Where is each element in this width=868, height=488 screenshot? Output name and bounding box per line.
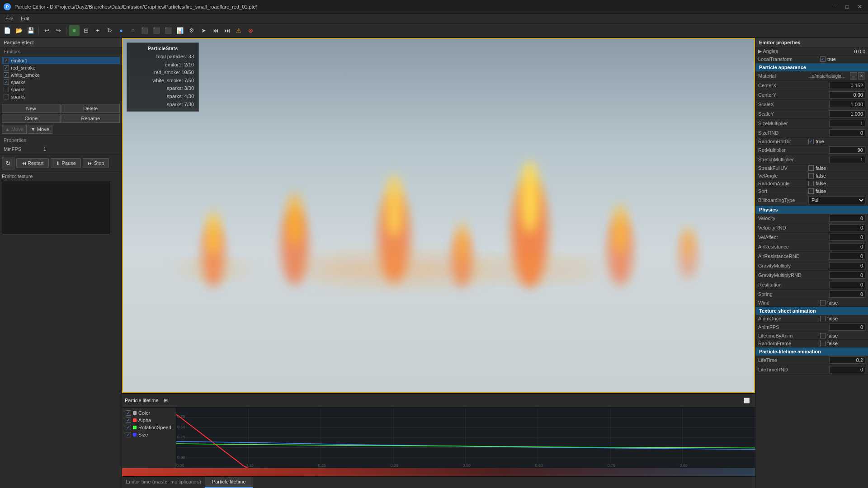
close-button[interactable]: ✕ [855,2,864,11]
warning-button[interactable]: ⚠ [233,25,244,36]
add-button[interactable]: + [92,25,103,36]
emitor-checkbox[interactable]: ✓ [4,58,9,63]
refresh-button[interactable]: ↻ [104,25,115,36]
tab-particle-lifetime[interactable]: Particle lifetime [205,477,254,488]
maximize-button[interactable]: □ [843,2,852,11]
move-up-button[interactable]: ▲ Move [2,125,27,134]
sizemultiplier-input[interactable] [829,120,865,127]
curve-checkbox[interactable]: ✓ [126,410,131,416]
prev-button[interactable]: ⏮ [210,25,221,36]
velangle-checkbox[interactable] [808,173,814,178]
material-browse-button[interactable]: ... [850,72,857,80]
randomrotdir-checkbox[interactable]: ✓ [808,139,814,144]
wind-checkbox[interactable] [820,300,826,305]
sphere-button[interactable]: ○ [127,25,138,36]
circle-button[interactable]: ● [116,25,127,36]
randomframe-checkbox[interactable] [820,341,826,346]
velocity-input[interactable] [829,215,865,222]
emitor-item[interactable]: ✓ red_smoke [2,64,120,71]
streakfulluv-checkbox[interactable] [808,165,814,171]
error-button[interactable]: ⊗ [245,25,256,36]
randomangle-row: RandomAngle false [755,180,868,188]
curve-item-rotation[interactable]: ✓ RotationSpeed [124,424,174,431]
maximize-panel-button[interactable]: ⬜ [741,395,752,406]
undo-button[interactable]: ↩ [41,25,52,36]
sizernd-input[interactable] [829,129,865,136]
clone-button[interactable]: Clone [2,114,61,123]
redo-button[interactable]: ↪ [53,25,64,36]
scaley-input[interactable] [829,110,865,117]
tool1-button[interactable]: ⬛ [139,25,150,36]
section-particle-appearance[interactable]: Particle appearance [755,63,868,71]
timeline-bar[interactable] [122,468,755,476]
emitor-checkbox[interactable] [4,87,9,92]
move-down-button[interactable]: ▼ Move [28,125,52,134]
grid-button[interactable]: ⊞ [80,25,91,36]
animfps-input[interactable] [829,324,865,331]
menu-edit[interactable]: Edit [17,15,33,22]
viewport-mode-button[interactable]: ■ [69,25,80,36]
settings-button[interactable]: ⚙ [186,25,197,36]
material-clear-button[interactable]: ✕ [858,72,865,80]
sort-checkbox[interactable] [808,188,814,194]
lifetimebyanim-checkbox[interactable] [820,333,826,338]
emitor-checkbox[interactable] [4,94,9,99]
emitor-item[interactable]: ✓ white_smoke [2,71,120,79]
scalex-input[interactable] [829,101,865,108]
section-particle-lifetime-anim[interactable]: Particle-lifetime animation [755,347,868,356]
section-texture-sheet[interactable]: Texture sheet animation [755,307,868,315]
emitor-item[interactable]: ✓ emitor1 [2,57,120,64]
graph-area[interactable]: 0.75 0.50 0.25 0.00 0.00 [176,408,755,468]
airresistancernd-input[interactable] [829,253,865,260]
randomangle-checkbox[interactable] [808,181,814,186]
stop-button[interactable]: ⏭ Stop [83,158,109,168]
restart-button[interactable]: ⏮ Restart [16,158,49,168]
viewport[interactable]: ParticleStats total particles: 33 emitor… [122,38,755,393]
emitor-item[interactable]: sparks [2,86,120,93]
new-file-button[interactable]: 📄 [2,25,13,36]
curve-checkbox[interactable]: ✓ [126,432,131,437]
velocityrnd-input[interactable] [829,224,865,231]
curve-item-alpha[interactable]: ✓ Alpha [124,417,174,424]
emitor-item[interactable]: ✓ sparks [2,79,120,86]
centery-input[interactable] [829,91,865,99]
spring-input[interactable] [829,291,865,298]
grid-icon[interactable]: ⊞ [160,395,171,406]
open-file-button[interactable]: 📂 [14,25,24,36]
emitor-checkbox[interactable]: ✓ [4,80,9,85]
curve-item-color[interactable]: ✓ Color [124,409,174,417]
gravitymultiply-input[interactable] [829,262,865,269]
airresistance-input[interactable] [829,243,865,250]
emitor-item[interactable]: sparks [2,93,120,100]
curve-checkbox[interactable]: ✓ [126,425,131,430]
local-transform-checkbox[interactable]: ✓ [820,56,826,62]
lifetime-input[interactable] [829,357,865,364]
gravitymultiplyrnd-input[interactable] [829,272,865,279]
restitution-input[interactable] [829,281,865,288]
save-button[interactable]: 💾 [25,25,36,36]
animonce-checkbox[interactable] [820,316,826,321]
lifetimernd-input[interactable] [829,366,865,373]
tool2-button[interactable]: ⬛ [151,25,162,36]
new-button[interactable]: New [2,104,61,113]
rename-button[interactable]: Rename [61,114,120,123]
stretchmultiplier-input[interactable] [829,156,865,163]
emitor-checkbox[interactable]: ✓ [4,72,9,78]
chart-button[interactable]: 📊 [175,25,185,36]
pause-button[interactable]: ⏸ Pause [51,158,81,168]
arrow-button[interactable]: ➤ [198,25,209,36]
emitor-checkbox[interactable]: ✓ [4,65,9,70]
next-button[interactable]: ⏭ [222,25,232,36]
curve-checkbox[interactable]: ✓ [126,418,131,423]
section-physics[interactable]: Physics [755,206,868,214]
tool3-button[interactable]: ⬛ [163,25,174,36]
velaffect-input[interactable] [829,234,865,241]
menu-file[interactable]: File [2,15,17,22]
minimize-button[interactable]: – [830,2,839,11]
curve-item-size[interactable]: ✓ Size [124,431,174,438]
centerx-input[interactable] [829,82,865,89]
rotmultiplier-input[interactable] [829,146,865,154]
delete-button[interactable]: Delete [61,104,120,113]
billboardingtype-select[interactable]: Full [808,196,865,204]
refresh-btn[interactable]: ↻ [2,157,14,169]
